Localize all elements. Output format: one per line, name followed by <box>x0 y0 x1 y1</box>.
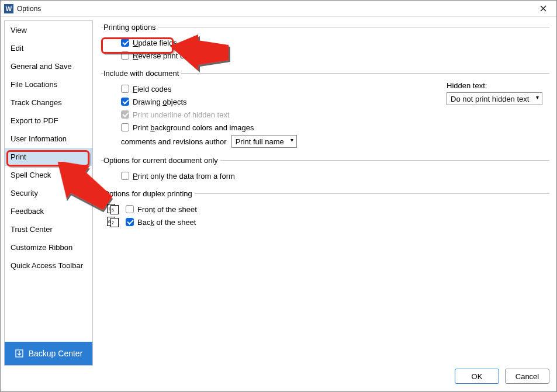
print-form-data-row: Print only the data from a form <box>103 169 549 182</box>
duplex-back-icon: 642 <box>107 217 120 227</box>
sidebar-item-track-changes[interactable]: Track Changes <box>5 93 92 112</box>
duplex-front-label[interactable]: Front of the sheet <box>137 205 197 214</box>
printing-options-group: Printing options Update fields Reverse p… <box>101 23 549 64</box>
titlebar: W Options <box>1 1 556 17</box>
comments-author-label: comments and revisions author <box>121 137 227 146</box>
dialog-body: View Edit General and Save File Location… <box>1 17 556 366</box>
close-button[interactable] <box>533 2 553 15</box>
sidebar-item-customize-ribbon[interactable]: Customize Ribbon <box>5 238 92 256</box>
hidden-text-block: Hidden text: Do not print hidden text <box>447 81 542 105</box>
print-bg-label[interactable]: Print background colors and images <box>133 123 254 132</box>
hidden-text-select[interactable]: Do not print hidden text <box>447 92 542 105</box>
printing-options-legend: Printing options <box>103 23 158 32</box>
duplex-front-row: 135 Front of the sheet <box>103 203 549 216</box>
sidebar-item-trust-center[interactable]: Trust Center <box>5 220 92 238</box>
sidebar-item-general-save[interactable]: General and Save <box>5 57 92 75</box>
include-group: Include with document Field codes Drawin… <box>101 69 549 151</box>
print-form-data-checkbox[interactable] <box>121 172 129 180</box>
print-underline-hidden-row: Print underline of hidden text <box>103 108 549 121</box>
sidebar-item-user-info[interactable]: User Information <box>5 130 92 148</box>
app-icon: W <box>4 4 13 13</box>
duplex-back-checkbox[interactable] <box>126 218 134 226</box>
reverse-print-checkbox[interactable] <box>121 51 129 60</box>
drawing-objects-checkbox[interactable] <box>121 98 129 106</box>
sidebar-item-feedback[interactable]: Feedback <box>5 202 92 220</box>
backup-center-label: Backup Center <box>29 349 83 358</box>
doc-only-legend: Options for current document only <box>103 156 220 165</box>
duplex-legend: Options for duplex printing <box>103 189 195 198</box>
comments-author-select[interactable]: Print full name <box>231 135 297 148</box>
update-fields-label[interactable]: Update fields <box>133 39 177 47</box>
update-fields-row: Update fields <box>103 36 549 49</box>
sidebar-item-view[interactable]: View <box>5 21 92 39</box>
content-panel: Printing options Update fields Reverse p… <box>93 20 553 366</box>
sidebar-item-export-pdf[interactable]: Export to PDF <box>5 112 92 130</box>
close-icon <box>540 5 546 12</box>
hidden-text-label: Hidden text: <box>447 81 542 90</box>
dialog-footer: OK Cancel <box>1 366 556 391</box>
sidebar-item-edit[interactable]: Edit <box>5 39 92 57</box>
doc-only-group: Options for current document only Print … <box>101 156 549 185</box>
sidebar-item-file-locations[interactable]: File Locations <box>5 75 92 93</box>
options-dialog: W Options View Edit General and Save Fil… <box>0 0 557 392</box>
comments-author-row: comments and revisions author Print full… <box>103 134 549 149</box>
sidebar-item-print[interactable]: Print <box>5 148 92 166</box>
duplex-back-row: 642 Back of the sheet <box>103 216 549 228</box>
duplex-front-icon: 135 <box>107 204 120 214</box>
sidebar-item-spell-check[interactable]: Spell Check <box>5 166 92 184</box>
update-fields-checkbox[interactable] <box>121 39 129 47</box>
include-legend: Include with document <box>103 69 181 78</box>
field-codes-checkbox[interactable] <box>121 85 129 93</box>
dialog-title: Options <box>17 5 533 13</box>
sidebar-items: View Edit General and Save File Location… <box>5 21 92 342</box>
print-bg-checkbox[interactable] <box>121 123 129 131</box>
reverse-print-label[interactable]: Reverse print order <box>133 51 198 60</box>
duplex-group: Options for duplex printing 135 Front of… <box>101 189 549 231</box>
print-underline-hidden-label: Print underline of hidden text <box>133 110 230 119</box>
ok-button[interactable]: OK <box>455 369 499 384</box>
print-bg-row: Print background colors and images <box>103 121 549 134</box>
print-underline-hidden-checkbox <box>121 110 129 119</box>
duplex-back-label[interactable]: Back of the sheet <box>137 218 196 227</box>
cancel-button[interactable]: Cancel <box>505 369 549 384</box>
drawing-objects-label[interactable]: Drawing objects <box>133 98 187 106</box>
print-form-data-label[interactable]: Print only the data from a form <box>133 172 235 181</box>
sidebar-item-quick-access[interactable]: Quick Access Toolbar <box>5 256 92 275</box>
backup-icon <box>15 349 24 358</box>
sidebar: View Edit General and Save File Location… <box>4 20 93 366</box>
sidebar-item-security[interactable]: Security <box>5 184 92 202</box>
backup-center-button[interactable]: Backup Center <box>5 342 92 365</box>
field-codes-label[interactable]: Field codes <box>133 85 172 93</box>
duplex-front-checkbox[interactable] <box>126 205 134 213</box>
reverse-print-row: Reverse print order <box>103 49 549 62</box>
